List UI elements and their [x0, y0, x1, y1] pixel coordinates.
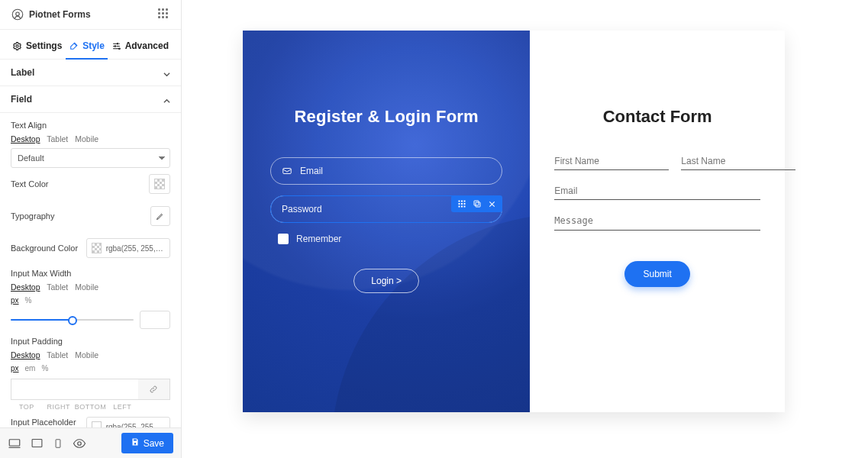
- background-color-value: rgba(255, 255, 255,: [106, 244, 165, 253]
- chevron-up-icon: [163, 96, 170, 103]
- contact-email-input[interactable]: [554, 182, 760, 200]
- pad-left-label: LEFT: [106, 403, 138, 411]
- device-toggle-padding: Desktop Tablet Mobile: [11, 350, 170, 360]
- tab-advanced[interactable]: Advanced: [108, 37, 172, 59]
- sliders-icon: [111, 41, 121, 51]
- svg-rect-15: [461, 203, 463, 205]
- section-label[interactable]: Label: [0, 60, 181, 86]
- max-width-slider-row: [11, 308, 170, 332]
- device-tablet[interactable]: Tablet: [47, 134, 68, 144]
- max-width-slider[interactable]: [11, 314, 134, 326]
- login-password-field[interactable]: Password: [270, 195, 502, 223]
- contact-message-input[interactable]: [554, 212, 760, 231]
- unit-px[interactable]: px: [11, 296, 19, 305]
- first-name-input[interactable]: [554, 153, 669, 170]
- device-tablet[interactable]: Tablet: [47, 350, 68, 360]
- login-email-field[interactable]: Email: [270, 157, 502, 185]
- svg-point-4: [115, 45, 116, 47]
- svg-point-0: [12, 9, 23, 20]
- app-menu-icon[interactable]: [158, 8, 170, 21]
- login-button[interactable]: Login >: [353, 269, 419, 293]
- unit-em[interactable]: em: [25, 364, 36, 373]
- device-desktop[interactable]: Desktop: [11, 134, 40, 144]
- section-label-title: Label: [11, 67, 34, 78]
- svg-rect-10: [283, 169, 292, 174]
- brush-icon: [69, 41, 79, 51]
- checker-icon: [154, 179, 165, 189]
- close-icon[interactable]: [488, 200, 496, 208]
- device-mobile[interactable]: Mobile: [75, 350, 98, 360]
- preview-canvas: Register & Login Form Email Password: [182, 0, 868, 458]
- save-button[interactable]: Save: [121, 433, 173, 453]
- desktop-icon[interactable]: [8, 437, 21, 450]
- row-text-color: Text Color: [11, 168, 170, 200]
- remember-label: Remember: [296, 234, 341, 244]
- unit-percent[interactable]: %: [25, 296, 32, 305]
- label-max-width: Input Max Width: [11, 269, 170, 278]
- contact-pane: Contact Form Submit: [530, 31, 785, 412]
- max-width-value-input[interactable]: [140, 311, 170, 329]
- row-background-color: Background Color rgba(255, 255, 255,: [11, 232, 170, 264]
- device-toggle-maxwidth: Desktop Tablet Mobile: [11, 282, 170, 292]
- unit-percent[interactable]: %: [41, 364, 48, 373]
- chevron-down-icon: [163, 69, 170, 76]
- color-placeholder-swatch[interactable]: rgba(255, 255, 255,: [86, 417, 170, 427]
- padding-bottom-input[interactable]: [75, 379, 106, 399]
- svg-rect-19: [464, 206, 466, 208]
- tablet-icon[interactable]: [31, 437, 44, 450]
- svg-rect-8: [56, 439, 60, 447]
- svg-rect-21: [474, 201, 479, 205]
- pad-link-label: [138, 403, 170, 411]
- brand: Piotnet Forms: [11, 8, 91, 21]
- select-text-align[interactable]: Default: [11, 148, 170, 168]
- contact-title: Contact Form: [554, 107, 760, 127]
- brand-label: Piotnet Forms: [29, 9, 91, 20]
- color-background-swatch[interactable]: rgba(255, 255, 255,: [86, 238, 170, 258]
- preview-icon[interactable]: [73, 437, 86, 450]
- submit-label: Submit: [643, 269, 671, 279]
- padding-right-input[interactable]: [43, 379, 74, 399]
- svg-rect-11: [459, 201, 460, 202]
- svg-rect-13: [464, 201, 466, 202]
- svg-rect-14: [459, 203, 460, 205]
- padding-link-button[interactable]: [138, 379, 169, 399]
- unit-px[interactable]: px: [11, 364, 19, 373]
- label-typography: Typography: [11, 211, 54, 221]
- svg-point-3: [117, 43, 118, 44]
- section-field-title: Field: [11, 94, 32, 105]
- color-text-swatch[interactable]: [149, 174, 170, 194]
- typography-edit-button[interactable]: [150, 206, 170, 226]
- label-text-align: Text Align: [11, 121, 170, 130]
- row-typography: Typography: [11, 200, 170, 232]
- contact-submit-button[interactable]: Submit: [624, 261, 689, 287]
- remember-checkbox[interactable]: [278, 234, 289, 244]
- save-label: Save: [144, 438, 164, 449]
- tab-settings[interactable]: Settings: [9, 37, 65, 59]
- sidebar-scroll[interactable]: Piotnet Forms Settings Style: [0, 0, 181, 427]
- svg-rect-12: [461, 201, 463, 202]
- device-toggle-align: Desktop Tablet Mobile: [11, 134, 170, 144]
- label-text-color: Text Color: [11, 179, 49, 189]
- section-field-body: Text Align Desktop Tablet Mobile Default…: [0, 113, 181, 427]
- device-desktop[interactable]: Desktop: [11, 350, 40, 360]
- padding-left-input[interactable]: [106, 379, 137, 399]
- mobile-icon[interactable]: [53, 437, 63, 450]
- padding-top-input[interactable]: [11, 379, 43, 399]
- section-field[interactable]: Field: [0, 86, 181, 113]
- device-desktop[interactable]: Desktop: [11, 282, 40, 292]
- device-tablet[interactable]: Tablet: [47, 282, 68, 292]
- device-switcher: [8, 437, 86, 450]
- element-edit-toolbar: [451, 195, 502, 212]
- row-placeholder-color: Input Placeholder Color rgba(255, 255, 2…: [11, 411, 170, 427]
- device-mobile[interactable]: Mobile: [75, 134, 98, 144]
- grid-icon[interactable]: [457, 199, 466, 208]
- tab-style[interactable]: Style: [66, 37, 108, 59]
- duplicate-icon[interactable]: [473, 199, 482, 208]
- last-name-input[interactable]: [681, 153, 795, 170]
- padding-units: px em %: [11, 364, 170, 376]
- device-mobile[interactable]: Mobile: [75, 282, 98, 292]
- svg-rect-7: [32, 440, 42, 447]
- svg-rect-17: [459, 206, 460, 208]
- remember-row: Remember: [278, 234, 502, 244]
- sidebar-panel: Piotnet Forms Settings Style: [0, 0, 182, 458]
